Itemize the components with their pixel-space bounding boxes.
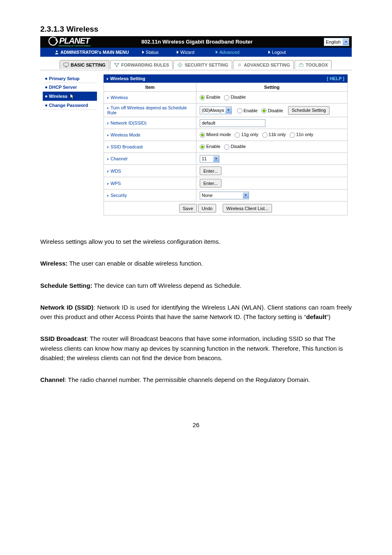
main-area: Primary Setup DHCP Server Wireless Chang… [40,70,352,221]
radio-mode-11g[interactable] [235,132,240,138]
row-schedule: Turn off Wireless depend as Schedule Rul… [104,104,348,117]
sidebar-item-primary-setup[interactable]: Primary Setup [43,74,97,83]
brand-logo-icon [48,37,58,46]
paragraph-wireless: Wireless: The user can enable or disable… [40,259,352,268]
user-icon [55,50,59,54]
th-setting: Setting [196,83,348,92]
network-icon [114,62,120,67]
globe-icon [177,62,183,67]
undo-button[interactable]: Undo [198,204,216,213]
row-broadcast: SSID Broadcast Enable Disable [104,141,348,153]
ssid-input[interactable]: default [200,119,265,127]
row-channel: Channel 11 [104,153,348,165]
row-ssid: Network ID(SSID) default [104,117,348,129]
paragraph-broadcast: SSID Broadcast: The router will Broadcas… [40,334,352,363]
wps-enter-button[interactable]: Enter... [200,179,221,187]
help-link[interactable]: [ HELP ] [327,76,344,81]
sidebar-item-wireless[interactable]: Wireless [43,92,97,101]
svg-point-8 [239,65,240,65]
svg-rect-9 [299,64,303,67]
chevron-down-icon [226,107,231,113]
router-topbar: PLANET Networking & Communication 802.11… [40,36,352,48]
tab-basic-setting[interactable]: BASIC SETTING [60,60,109,69]
table-header-row: Item Setting [104,83,348,92]
paragraph-ssid: Network ID (SSID): Network ID is used fo… [40,303,352,322]
radio-broadcast-disable[interactable] [224,144,229,150]
radio-mode-mixed[interactable] [200,132,205,138]
row-mode: Wireless Mode Mixed mode 11g only 11b on… [104,129,348,141]
main-nav: ADMINISTRATOR's MAIN MENU Status Wizard … [40,48,352,57]
body-text: Wireless settings allow you to set the w… [40,237,352,384]
tab-advanced-setting[interactable]: ADVANCED SETTING [233,60,294,69]
save-button[interactable]: Save [179,204,197,213]
router-screenshot: PLANET Networking & Communication 802.11… [40,36,352,221]
row-wps: WPS Enter... [104,177,348,190]
nav-main-label: ADMINISTRATOR's MAIN MENU [60,50,129,55]
radio-schedule-disable[interactable] [261,108,267,113]
language-select[interactable]: English [324,38,349,46]
radio-mode-11b[interactable] [262,132,267,138]
nav-advanced[interactable]: Advanced [216,50,240,55]
tabstrip: BASIC SETTING FORWARDING RULES SECURITY … [40,57,352,70]
settings-table: Item Setting Wireless Enable Disable Tur… [104,83,348,201]
security-select[interactable]: None [200,192,249,199]
th-item: Item [104,83,196,92]
monitor-icon [63,62,69,67]
paragraph-channel: Channel: The radio channel number. The p… [40,375,352,384]
chevron-down-icon [243,192,249,199]
radio-wireless-disable[interactable] [224,95,229,100]
chevron-down-icon [213,156,219,162]
panel-title: Wireless Setting [110,76,145,81]
nav-logout[interactable]: Logout [268,50,286,55]
tab-security-setting[interactable]: SECURITY SETTING [173,60,232,69]
client-list-button[interactable]: Wireless Client List... [223,204,272,213]
nav-wizard[interactable]: Wizard [177,50,194,55]
radio-schedule-enable[interactable] [237,108,242,113]
svg-rect-2 [65,67,67,67]
section-heading: 2.3.1.3 Wireless [40,25,352,34]
tab-toolbox[interactable]: TOOLBOX [295,60,332,69]
sidebar-item-dhcp-server[interactable]: DHCP Server [43,83,97,92]
paragraph-schedule: Schedule Setting: The device can turn of… [40,281,352,290]
gear-icon [237,62,242,67]
wds-enter-button[interactable]: Enter... [200,166,221,175]
tab-forwarding-rules[interactable]: FORWARDING RULES [110,60,173,69]
paragraph-intro: Wireless settings allow you to set the w… [40,237,352,246]
sidebar-item-change-password[interactable]: Change Password [43,101,97,110]
schedule-select[interactable]: (00)Always [200,106,232,114]
router-title: 802.11n Wireless Gigabit Broadband Route… [141,39,253,45]
row-security: Security None [104,190,348,201]
radio-mode-11n[interactable] [290,132,295,138]
toolbox-icon [298,62,304,67]
schedule-setting-button[interactable]: Schedule Setting [288,106,330,115]
language-value: English [324,39,343,44]
svg-point-0 [56,51,58,52]
svg-rect-10 [300,63,302,64]
sidebar: Primary Setup DHCP Server Wireless Chang… [40,70,99,221]
cursor-icon [70,93,75,99]
radio-broadcast-enable[interactable] [200,144,205,150]
buttons-row: Save Undo Wireless Client List... [104,201,348,215]
radio-wireless-enable[interactable] [200,95,205,100]
panel-header: Wireless Setting [ HELP ] [104,74,348,83]
svg-rect-1 [64,63,69,66]
row-wireless: Wireless Enable Disable [104,92,348,104]
content-panel: Wireless Setting [ HELP ] Item Setting W… [99,70,352,221]
chevron-down-icon [343,39,349,45]
channel-select[interactable]: 11 [200,155,219,163]
page-number: 26 [40,421,352,428]
row-wds: WDS Enter... [104,165,348,177]
nav-status[interactable]: Status [142,50,159,55]
brand-sub: Networking & Communication [58,44,91,47]
